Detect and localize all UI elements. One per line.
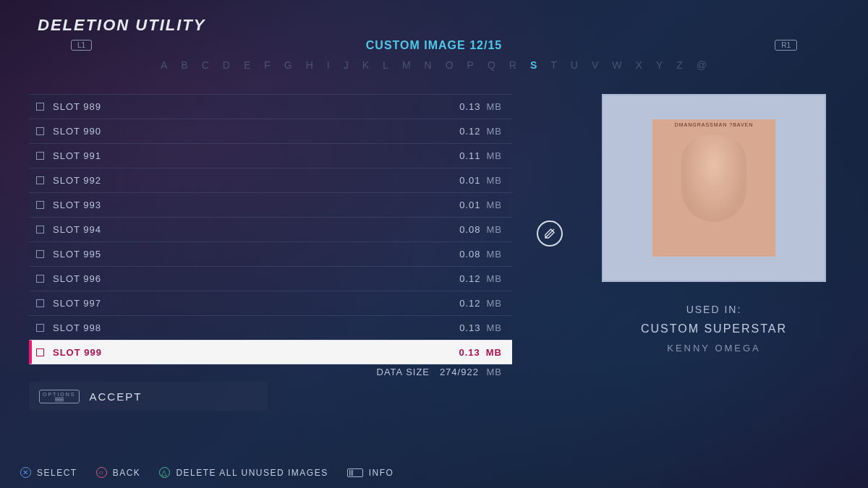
data-size-readout: DATA SIZE 274/922 MB xyxy=(29,367,512,377)
slot-size: 0.01 xyxy=(459,175,480,186)
alpha-letter[interactable]: S xyxy=(530,59,537,71)
slot-size: 0.13 xyxy=(459,101,480,112)
alpha-letter[interactable]: K xyxy=(362,59,370,71)
cross-button-icon: ✕ xyxy=(20,467,31,478)
triangle-button-icon: △ xyxy=(159,467,170,478)
alpha-letter[interactable]: H xyxy=(306,59,314,71)
alpha-letter[interactable]: Y xyxy=(656,59,663,71)
checkbox[interactable] xyxy=(36,324,44,332)
slot-size: 0.13 xyxy=(459,322,480,333)
slot-size-unit: MB xyxy=(487,273,503,284)
slot-name: SLOT 989 xyxy=(53,101,459,112)
hint-select: ✕ SELECT xyxy=(20,467,77,478)
checkbox[interactable] xyxy=(36,299,44,307)
alpha-letter[interactable]: T xyxy=(550,59,558,71)
footer-hints: ✕ SELECT ○ BACK △ DELETE ALL UNUSED IMAG… xyxy=(20,467,393,478)
slot-row[interactable]: SLOT 9930.01MB xyxy=(29,192,512,217)
slot-row[interactable]: SLOT 9960.12MB xyxy=(29,266,512,291)
preview-image: DMANGRASSMAN ?BAVEN xyxy=(602,94,826,282)
checkbox[interactable] xyxy=(36,250,44,258)
alpha-letter[interactable]: M xyxy=(402,59,412,71)
slot-size: 0.11 xyxy=(459,150,480,161)
slot-row[interactable]: SLOT 9980.13MB xyxy=(29,315,512,340)
alpha-letter[interactable]: P xyxy=(467,59,475,71)
alpha-letter[interactable]: X xyxy=(636,59,643,71)
alpha-letter[interactable]: F xyxy=(264,59,271,71)
slot-row[interactable]: SLOT 9990.13MB xyxy=(29,340,512,364)
alpha-letter[interactable]: O xyxy=(446,59,454,71)
slot-size: 0.12 xyxy=(459,273,480,284)
checkbox[interactable] xyxy=(36,152,44,160)
shoulder-r1-button[interactable]: R1 xyxy=(775,40,797,51)
slot-size-unit: MB xyxy=(487,200,503,210)
alpha-letter[interactable]: @ xyxy=(697,59,707,71)
slot-size: 0.12 xyxy=(459,126,480,137)
hint-info: INFO xyxy=(347,468,394,478)
slot-size: 0.13 xyxy=(459,347,480,358)
alpha-letter[interactable]: I xyxy=(327,59,331,71)
accept-button[interactable]: OPTIONS ACCEPT xyxy=(29,382,268,411)
slot-name: SLOT 991 xyxy=(53,150,459,161)
used-in-label: USED IN: xyxy=(602,301,826,319)
alpha-letter[interactable]: J xyxy=(344,59,349,71)
slot-row[interactable]: SLOT 9970.12MB xyxy=(29,291,512,315)
alpha-letter[interactable]: N xyxy=(425,59,433,71)
touchpad-icon xyxy=(347,468,363,477)
slot-name: SLOT 998 xyxy=(53,322,459,333)
checkbox[interactable] xyxy=(36,176,44,184)
preview-panel: DMANGRASSMAN ?BAVEN USED IN: CUSTOM SUPE… xyxy=(602,94,826,356)
face-texture-thumb: DMANGRASSMAN ?BAVEN xyxy=(652,119,775,257)
shoulder-l1-button[interactable]: L1 xyxy=(71,40,92,51)
checkbox[interactable] xyxy=(36,127,44,135)
slot-row[interactable]: SLOT 9910.11MB xyxy=(29,143,512,168)
alpha-letter[interactable]: R xyxy=(509,59,517,71)
alpha-letter[interactable]: C xyxy=(202,59,210,71)
options-button-icon: OPTIONS xyxy=(39,390,80,403)
slot-name: SLOT 993 xyxy=(53,200,459,210)
slot-size-unit: MB xyxy=(486,347,502,358)
circle-button-icon: ○ xyxy=(96,467,107,478)
checkbox[interactable] xyxy=(36,348,44,356)
checkbox[interactable] xyxy=(36,103,44,111)
slot-row[interactable]: SLOT 9940.08MB xyxy=(29,217,512,241)
slot-name: SLOT 995 xyxy=(53,249,459,260)
alpha-letter[interactable]: G xyxy=(284,59,293,71)
alpha-letter[interactable]: E xyxy=(244,59,251,71)
slot-size-unit: MB xyxy=(487,298,503,309)
alpha-letter[interactable]: Q xyxy=(488,59,496,71)
alpha-letter[interactable]: U xyxy=(571,59,579,71)
slot-row[interactable]: SLOT 9900.12MB xyxy=(29,119,512,143)
alpha-letter[interactable]: W xyxy=(612,59,622,71)
slot-size: 0.08 xyxy=(459,249,480,260)
slot-row[interactable]: SLOT 9920.01MB xyxy=(29,168,512,192)
no-edit-icon xyxy=(537,221,563,247)
slot-size: 0.08 xyxy=(459,224,480,235)
slot-size-unit: MB xyxy=(487,224,503,235)
page-title: DELETION UTILITY xyxy=(38,16,205,35)
alpha-letter[interactable]: V xyxy=(592,59,599,71)
slot-name: SLOT 999 xyxy=(53,347,459,358)
alpha-letter[interactable]: B xyxy=(181,59,188,71)
slot-row[interactable]: SLOT 9890.13MB xyxy=(29,94,512,119)
alphabet-filter[interactable]: ABCDEFGHIJKLMNOPQRSTUVWXYZ@ xyxy=(161,59,707,71)
alpha-letter[interactable]: L xyxy=(383,59,389,71)
slot-name: SLOT 992 xyxy=(53,175,459,186)
checkbox[interactable] xyxy=(36,275,44,283)
alpha-letter[interactable]: Z xyxy=(676,59,684,71)
accept-label: ACCEPT xyxy=(90,390,142,403)
slot-size-unit: MB xyxy=(487,175,503,186)
hint-back: ○ BACK xyxy=(96,467,141,478)
used-in-name: KENNY OMEGA xyxy=(602,340,826,356)
checkbox[interactable] xyxy=(36,201,44,209)
alpha-letter[interactable]: D xyxy=(223,59,231,71)
slot-size-unit: MB xyxy=(487,101,503,112)
alpha-letter[interactable]: A xyxy=(161,59,168,71)
slot-size-unit: MB xyxy=(487,150,503,161)
slot-list: SLOT 9890.13MBSLOT 9900.12MBSLOT 9910.11… xyxy=(29,94,512,364)
checkbox[interactable] xyxy=(36,226,44,234)
slot-name: SLOT 994 xyxy=(53,224,459,235)
slot-name: SLOT 997 xyxy=(53,298,459,309)
slot-row[interactable]: SLOT 9950.08MB xyxy=(29,241,512,266)
slot-size: 0.01 xyxy=(459,200,480,210)
slot-size-unit: MB xyxy=(487,126,503,137)
